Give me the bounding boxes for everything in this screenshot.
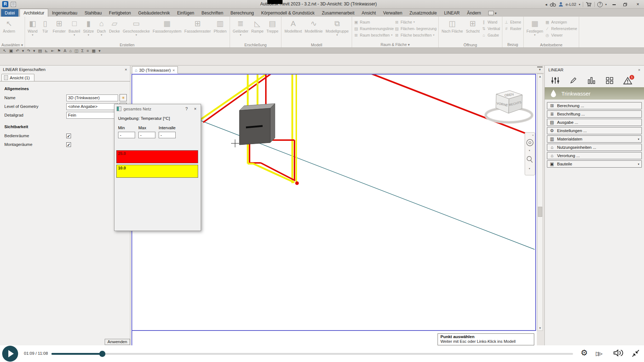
ribbon-button-bauteil[interactable]: □Bauteil▼ <box>67 17 81 42</box>
ribbon-button-anzeigen[interactable]: ▦Anzeigen <box>545 19 577 25</box>
associate-flower-icon[interactable]: ✳ <box>120 94 127 101</box>
ribbon-button-wand[interactable]: ∥Wand <box>481 19 500 25</box>
ribbon-tab-stahlbau[interactable]: Stahlbau <box>81 9 105 17</box>
ribbon-button-flächen-begrenzung[interactable]: ▨Flächen- begrenzung <box>394 26 436 31</box>
ribbon-button-wand[interactable]: ◧Wand▼ <box>27 17 39 42</box>
progress-knob[interactable] <box>99 351 105 357</box>
navbar-caret-icon[interactable]: ▾ <box>529 167 530 170</box>
redo-icon[interactable]: ↷ <box>27 48 30 53</box>
navbar-close-icon[interactable]: × <box>532 134 534 137</box>
help-icon[interactable]: ? <box>597 2 603 7</box>
ribbon-button-tür[interactable]: ▯Tür <box>39 17 51 42</box>
scroll-down-icon[interactable]: ▼ <box>538 327 543 330</box>
ribbon-tab-datei[interactable]: Datei <box>1 9 18 17</box>
ribbon-button-treppe[interactable]: ▤Treppe <box>265 17 280 42</box>
view-tab-3d-trinkwasser[interactable]: ⌂ 3D (Trinkwasser) × <box>132 66 178 74</box>
undo-caret-icon[interactable]: ▾ <box>22 48 24 53</box>
navigation-bar[interactable]: × ▾ ▾ <box>525 132 535 175</box>
dialog-field-input[interactable]: - <box>118 132 135 138</box>
ribbon-button-ebene[interactable]: ⊥Ebene <box>504 19 522 25</box>
modify-cursor-icon[interactable]: ↖ <box>3 48 6 53</box>
ribbon-button-fenster[interactable]: ⊞Fenster <box>52 17 67 42</box>
linear-button-nutzungseinheiten[interactable]: ⌂Nutzungseinheiten ... <box>547 144 642 151</box>
dialog-help-icon[interactable]: ? <box>183 106 190 111</box>
scroll-thumb[interactable] <box>538 207 542 217</box>
filter-sliders-icon[interactable] <box>549 75 561 85</box>
text-icon[interactable]: A <box>64 48 66 53</box>
property-field-detailgrad[interactable]: Fein <box>66 112 118 119</box>
checkbox-montageräume[interactable]: ✓ <box>66 142 71 147</box>
ribbon-button-geschossdecke[interactable]: ▭Geschossdecke▼ <box>122 17 151 42</box>
shrink-icon[interactable] <box>631 349 640 358</box>
progress-bar[interactable] <box>51 353 573 355</box>
more-caret-icon[interactable]: ▾ <box>99 48 101 53</box>
vertical-scrollbar[interactable]: ▲ ▼ <box>537 74 543 331</box>
ribbon-button-decke[interactable]: ▱Decke <box>108 17 121 42</box>
close-button[interactable]: × <box>633 1 643 8</box>
revit-app-icon[interactable]: R <box>2 1 8 7</box>
ribbon-button-modelltext[interactable]: AModelltext <box>283 17 303 42</box>
redo-caret-icon[interactable]: ▾ <box>33 48 35 53</box>
linear-button-bauteile[interactable]: ▣Bauteile▾ <box>547 160 642 168</box>
ribbon-tab-ingenieurbau[interactable]: Ingenieurbau <box>48 9 81 17</box>
ribbon-button-viewer[interactable]: ◎Viewer <box>545 32 577 38</box>
volume-icon[interactable] <box>613 348 624 358</box>
equipment-panel[interactable] <box>239 104 275 145</box>
player-settings-icon[interactable]: ⚙ <box>581 348 588 358</box>
measure-icon[interactable]: ⊾ <box>45 48 48 53</box>
ribbon-tab-beschriften[interactable]: Beschriften <box>198 9 227 17</box>
linear-button-beschriftung[interactable]: ≣Beschriftung ... <box>547 110 642 118</box>
save-icon[interactable]: ▣ <box>9 48 13 53</box>
ribbon-button-referenzebene[interactable]: ∕Referenzebene <box>545 26 577 31</box>
ribbon-button-geländer[interactable]: ≣Geländer▼ <box>232 17 250 42</box>
ribbon-button-vertikal[interactable]: ⇅Vertikal <box>481 26 500 31</box>
dialog-field-input[interactable]: - <box>159 132 176 138</box>
ribbon-tab-linear[interactable]: LINEAR <box>440 9 463 17</box>
aligned-dimension-icon[interactable]: ⇤ <box>51 48 54 53</box>
back-caret-icon[interactable]: ◂ <box>545 2 547 7</box>
minimize-button[interactable] <box>609 1 619 8</box>
help-caret-icon[interactable]: ▾ <box>605 3 607 6</box>
property-field-name[interactable]: 3D (Trinkwasser) <box>66 94 118 101</box>
search-binoculars-icon[interactable] <box>550 2 556 7</box>
ribbon-tab-berechnung[interactable]: Berechnung <box>227 9 258 17</box>
chart-columns-icon[interactable] <box>585 75 597 85</box>
ribbon-button-raumtrennungslinie[interactable]: ▨Raumtrennungslinie <box>354 26 394 31</box>
ribbon-button-festlegen[interactable]: ▦Festlegen▼ <box>526 17 544 42</box>
scroll-up-icon[interactable]: ▲ <box>538 75 543 78</box>
user-caret-icon[interactable]: ▾ <box>579 3 580 6</box>
view-tab-close-icon[interactable]: × <box>172 68 175 72</box>
panel-anchor-icon[interactable]: ▼ <box>537 67 543 72</box>
ribbon-button-modelllinie[interactable]: ∿Modelllinie <box>304 17 324 42</box>
viewcube[interactable]: OBEN VORNE RECHTS <box>486 90 532 122</box>
ribbon-tab-fertigbeton[interactable]: Fertigbeton <box>105 9 135 17</box>
linear-button-einstellungen[interactable]: ⚙Einstellungen ... <box>547 127 642 134</box>
ribbon-button-fläche[interactable]: ⊠Fläche▾ <box>394 19 436 25</box>
ribbon-tab-zusammenarbeit[interactable]: Zusammenarbeit <box>318 9 358 17</box>
pencil-icon[interactable] <box>567 75 579 85</box>
thin-lines-icon[interactable]: ≡ <box>87 48 89 53</box>
play-button[interactable] <box>2 346 18 362</box>
ribbon-button-dach[interactable]: ⌂Dach▼ <box>96 17 107 42</box>
linear-panel-close-icon[interactable]: × <box>638 68 640 72</box>
ribbon-tab-ändern[interactable]: Ändern <box>463 9 485 17</box>
section-icon[interactable]: ◫ <box>75 48 78 53</box>
user-icon[interactable] <box>559 2 563 7</box>
properties-close-icon[interactable]: × <box>125 67 127 72</box>
ribbon-tab-einfügen[interactable]: Einfügen <box>173 9 198 17</box>
ribbon-tab-verwalten[interactable]: Verwalten <box>380 9 406 17</box>
ribbon-tab-körpermodell-grundstück[interactable]: Körpermodell & Grundstück <box>258 9 318 17</box>
print-icon[interactable]: ▤ <box>38 48 42 53</box>
ribbon-button-raster[interactable]: #Raster <box>504 26 522 31</box>
ribbon-button-nach-fläche[interactable]: ◫Nach Fläche <box>440 17 464 42</box>
navbar-caret-icon[interactable]: ▾ <box>529 149 530 152</box>
linear-button-berechnung[interactable]: ⊞Berechnung ... <box>547 102 642 109</box>
sum-icon[interactable]: Σ <box>81 48 84 53</box>
undo-icon[interactable]: ↶ <box>16 48 19 53</box>
ribbon-button-fassadenraster[interactable]: ⊞Fassadenraster <box>183 17 212 42</box>
ribbon-button-raum[interactable]: ▣Raum <box>354 19 394 25</box>
ribbon-button-ändern[interactable]: ↖Ändern <box>2 17 16 42</box>
dialog-close-icon[interactable]: × <box>192 106 198 111</box>
apply-button[interactable]: Anwenden <box>105 339 130 345</box>
restore-button[interactable] <box>621 1 631 8</box>
